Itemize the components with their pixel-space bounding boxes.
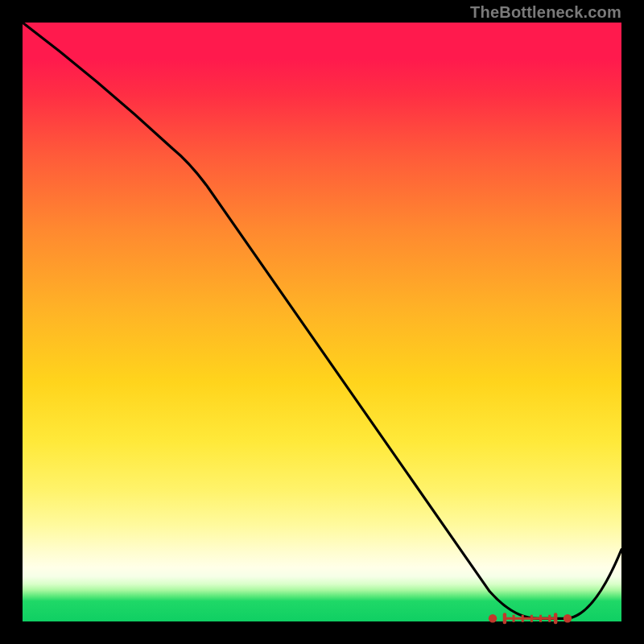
plot-area	[23, 23, 621, 621]
chart-stage: TheBottleneck.com	[0, 0, 644, 644]
marker-dot	[564, 614, 572, 622]
marker-cap	[554, 613, 557, 624]
curve-line	[23, 23, 621, 618]
marker-cap	[503, 613, 506, 624]
chart-svg	[23, 23, 621, 621]
watermark-text: TheBottleneck.com	[470, 3, 621, 22]
marker-dot	[489, 614, 497, 622]
